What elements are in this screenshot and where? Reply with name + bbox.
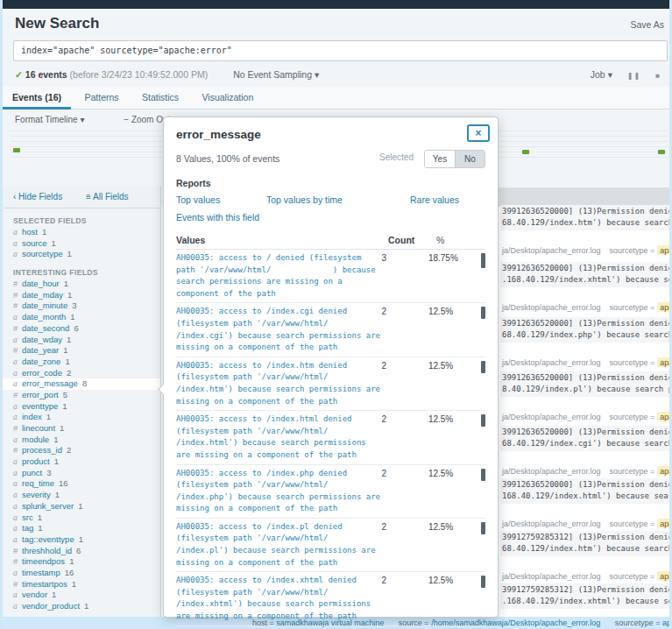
field-name-link[interactable]: timestamp	[22, 568, 60, 577]
sourcetype-value-link[interactable]: apa	[662, 618, 672, 627]
field-row-error_port[interactable]: #error_port5	[3, 390, 160, 401]
field-name-link[interactable]: vendor_product	[22, 601, 80, 611]
rare-values-link[interactable]: Rare values	[410, 194, 459, 205]
field-row-date_second[interactable]: #date_second6	[3, 323, 160, 335]
field-name-link[interactable]: timeendpos	[22, 556, 65, 566]
field-name-link[interactable]: tag::eventtype	[22, 534, 74, 544]
field-name-link[interactable]: severity	[22, 490, 51, 499]
job-dropdown[interactable]: Job ▾	[591, 69, 612, 80]
field-name-link[interactable]: index	[22, 412, 42, 421]
field-row-src[interactable]: asrc1	[3, 512, 160, 524]
events-with-field-link[interactable]: Events with this field	[176, 212, 259, 223]
field-row-date_mday[interactable]: #date_mday1	[3, 290, 160, 301]
field-name-link[interactable]: product	[22, 456, 50, 466]
field-row-date_hour[interactable]: #date_hour1	[3, 279, 160, 290]
value-text-link[interactable]: AH00035: access to /index.pl denied (fil…	[176, 521, 382, 569]
field-row-date_minute[interactable]: #date_minute3	[3, 300, 160, 312]
event-source-fragment[interactable]: ja/Desktop/apache_error.log	[502, 303, 601, 312]
top-values-by-time-link[interactable]: Top values by time	[266, 194, 343, 205]
field-name-link[interactable]: date_zone	[22, 357, 60, 366]
search-input[interactable]: index="apache" sourcetype="apache:error"	[13, 40, 668, 61]
event-source-fragment[interactable]: ja/Desktop/apache_error.log	[502, 572, 601, 581]
field-row-severity[interactable]: aseverity1	[3, 490, 160, 501]
field-row-sourcetype[interactable]: asourcetype1	[3, 249, 160, 260]
field-row-tag::eventtype[interactable]: atag::eventtype1	[3, 534, 160, 546]
field-row-error_code[interactable]: aerror_code2	[3, 368, 160, 379]
event-row[interactable]: 39912636520000] (13)Permission denied: […	[500, 205, 672, 255]
field-row-punct[interactable]: apunct3	[3, 468, 160, 479]
field-name-link[interactable]: process_id	[22, 445, 62, 455]
field-name-link[interactable]: host	[22, 227, 38, 237]
sourcetype-highlighted-value[interactable]: apad	[657, 466, 672, 476]
field-row-process_id[interactable]: #process_id2	[3, 445, 160, 456]
sourcetype-highlighted-value[interactable]: apach	[657, 571, 672, 581]
sourcetype-highlighted-value[interactable]: apach	[657, 519, 672, 528]
event-row[interactable]: 39912759285312] (13)Permission denied: […	[500, 531, 672, 581]
value-text-link[interactable]: AH00035: access to / denied (filesystem …	[176, 252, 382, 300]
field-name-link[interactable]: sourcetype	[22, 249, 62, 258]
top-values-link[interactable]: Top values	[176, 194, 220, 205]
field-name-link[interactable]: splunk_server	[22, 501, 74, 511]
field-name-link[interactable]: date_hour	[22, 279, 60, 288]
value-text-link[interactable]: AH00035: access to /index.html denied (f…	[176, 413, 382, 461]
event-source-fragment[interactable]: ja/Desktop/apache_error.log	[502, 413, 601, 421]
event-row[interactable]: 39912636520000] (13)Permission denied: […	[500, 317, 672, 367]
field-row-date_month[interactable]: adate_month1	[3, 312, 160, 323]
field-row-host[interactable]: ahost1	[3, 227, 160, 238]
value-text-link[interactable]: AH00035: access to /index.htm denied (fi…	[176, 360, 382, 407]
event-row[interactable]: 39912759285312] (13)Permission denied: […	[500, 583, 672, 609]
timeline-bar-segment[interactable]	[13, 148, 20, 152]
event-source-fragment[interactable]: ja/Desktop/apache_error.log	[502, 467, 601, 476]
all-fields-link[interactable]: ≡ All Fields	[86, 192, 129, 201]
sourcetype-highlighted-value[interactable]: apac	[657, 302, 672, 312]
field-row-vendor_product[interactable]: avendor_product1	[3, 601, 160, 612]
field-row-module[interactable]: amodule1	[3, 435, 160, 446]
event-row[interactable]: 39912636520000] (13)Permission denied: […	[500, 478, 672, 528]
field-name-link[interactable]: req_time	[22, 478, 54, 488]
stop-icon[interactable]: ■	[655, 72, 661, 80]
hide-fields-link[interactable]: ‹ Hide Fields	[13, 192, 62, 201]
field-row-splunk_server[interactable]: asplunk_server1	[3, 501, 160, 512]
event-source-fragment[interactable]: ja/Desktop/apache_error.log	[502, 519, 601, 528]
field-row-date_year[interactable]: #date_year1	[3, 345, 160, 357]
field-name-link[interactable]: src	[22, 512, 33, 522]
value-text-link[interactable]: AH00035: access to /index.cgi denied (fi…	[176, 306, 382, 353]
field-row-vendor[interactable]: avendor1	[3, 590, 160, 601]
tab-patterns[interactable]: Patterns	[74, 87, 128, 110]
field-row-index[interactable]: aindex1	[3, 412, 160, 423]
field-row-source[interactable]: asource1	[3, 238, 160, 250]
timeline-bar-segment[interactable]	[522, 150, 529, 154]
event-row[interactable]: 39912636520000] (13)Permission denied: […	[500, 426, 672, 476]
pause-icon[interactable]: ❚❚	[627, 72, 640, 80]
field-name-link[interactable]: date_minute	[22, 300, 67, 310]
field-name-link[interactable]: linecount	[22, 423, 55, 433]
field-name-link[interactable]: date_year	[22, 345, 59, 355]
field-row-timestartpos[interactable]: #timestartpos1	[3, 579, 160, 590]
field-name-link[interactable]: date_month	[22, 312, 66, 322]
field-row-threshhold_id[interactable]: #threshhold_id6	[3, 546, 160, 557]
selected-no-button[interactable]: No	[455, 151, 485, 167]
tab-statistics[interactable]: Statistics	[132, 87, 188, 110]
field-name-link[interactable]: error_message	[22, 378, 78, 388]
field-name-link[interactable]: error_port	[22, 390, 59, 399]
field-name-link[interactable]: punct	[22, 468, 42, 477]
field-row-date_zone[interactable]: adate_zone1	[3, 357, 160, 368]
tab-events[interactable]: Events (16)	[3, 87, 71, 110]
field-name-link[interactable]: eventtype	[22, 401, 58, 411]
field-row-error_message[interactable]: aerror_message8	[3, 378, 160, 390]
sourcetype-highlighted-value[interactable]: apac	[657, 412, 672, 421]
close-icon[interactable]: ×	[467, 124, 490, 142]
timeline-bar-segment[interactable]	[658, 150, 665, 154]
field-name-link[interactable]: vendor	[22, 590, 47, 599]
field-row-tag[interactable]: atag1	[3, 523, 160, 534]
format-timeline-dropdown[interactable]: Format Timeline ▾	[15, 115, 84, 124]
field-row-date_wday[interactable]: adate_wday1	[3, 335, 160, 346]
value-text-link[interactable]: AH00035: access to /index.xhtml denied (…	[176, 575, 382, 622]
field-name-link[interactable]: date_wday	[22, 335, 62, 344]
tab-visualization[interactable]: Visualization	[193, 87, 264, 110]
field-name-link[interactable]: date_second	[22, 323, 69, 333]
save-as-button[interactable]: Save As	[630, 19, 664, 30]
event-source-fragment[interactable]: ja/Desktop/apache_error.log	[502, 358, 601, 367]
field-name-link[interactable]: error_code	[22, 368, 62, 378]
field-name-link[interactable]: source	[22, 238, 47, 248]
